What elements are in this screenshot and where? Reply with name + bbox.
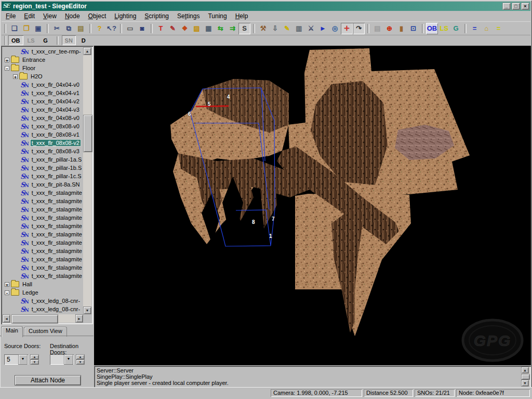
swap-arrows-button[interactable]: ⇆ — [215, 23, 227, 34]
tree-node-t-xxx-flr-stalagmite[interactable]: SNt_xxx_flr_stalagmite — [3, 247, 83, 255]
tree-node-t-xxx-ledg-08-cnr[interactable]: SNt_xxx_ledg_08-cnr- — [3, 297, 83, 305]
expander-plus-icon[interactable]: + — [5, 282, 9, 287]
new-file-button[interactable]: ❏ — [8, 23, 20, 34]
expander-plus-icon[interactable]: + — [5, 58, 9, 62]
equals-yellow-button[interactable]: = — [493, 23, 504, 34]
spin-down-button[interactable]: ▼ — [30, 360, 39, 365]
equals-blue-button[interactable]: = — [469, 23, 481, 34]
g-toggle-button[interactable]: G — [450, 23, 462, 34]
tree-node-t-xxx-flr-pillar-1c-s[interactable]: SNt_xxx_flr_pillar-1c.S — [3, 172, 83, 180]
tree-node-t-xxx-flr-stalagmite[interactable]: SNt_xxx_flr_stalagmite — [3, 205, 83, 214]
move-tool-button[interactable]: ✛ — [341, 23, 353, 34]
tree-node-t-xxx-flr-stalagmite[interactable]: SNt_xxx_flr_stalagmite — [3, 230, 83, 238]
scroll-thumb[interactable] — [83, 115, 92, 152]
tree-node-t-xxx-flr-pillar-1a-s[interactable]: SNt_xxx_flr_pillar-1a.S — [3, 155, 83, 164]
spin-up-button[interactable]: ▲ — [30, 354, 39, 360]
tree-folder-floor[interactable]: -Floor — [3, 64, 83, 72]
notepad-button[interactable]: ▭ — [124, 23, 136, 34]
context-help-button[interactable]: ↖? — [105, 23, 117, 34]
tree-node-t-xxx-flr-pit-8a-sn[interactable]: SNt_xxx_flr_pit-8a.SN — [3, 180, 83, 189]
fast-arrows-button[interactable]: ⇉ — [227, 23, 238, 34]
zoom-page-button[interactable]: ◎ — [329, 23, 341, 34]
tree-folder-hall[interactable]: +Hall — [3, 280, 83, 288]
dropdown-arrow-icon[interactable]: ▼ — [18, 354, 28, 365]
menu-lighting[interactable]: Lighting — [110, 12, 140, 20]
tab-main[interactable]: Main — [1, 326, 23, 337]
home-button[interactable]: ⌂ — [481, 23, 493, 34]
expander-plus-icon[interactable]: + — [13, 74, 18, 79]
scroll-down-button[interactable]: ▼ — [83, 307, 91, 314]
pencil-tool-button[interactable]: ✎ — [167, 23, 179, 34]
close-button[interactable]: × — [521, 3, 529, 10]
viewport-3d[interactable]: GPG 456871 — [94, 46, 531, 365]
cut-button[interactable]: ✂ — [51, 23, 63, 34]
tree-node-t-xxx-flr-stalagmite[interactable]: SNt_xxx_flr_stalagmite — [3, 238, 83, 247]
attach-node-button[interactable]: Attach Node — [15, 375, 81, 385]
pencil-yellow-button[interactable]: ✎ — [281, 23, 293, 34]
scroll-up-button[interactable]: ▲ — [83, 47, 91, 55]
monitor-button[interactable]: ⊡ — [407, 23, 419, 34]
menu-view[interactable]: View — [39, 12, 61, 20]
sword-button[interactable]: ⚔ — [305, 23, 317, 34]
scroll-right-button[interactable]: ► — [75, 314, 83, 323]
tree-node-t-xxx-flr-04x04-v1[interactable]: SNt_xxx_flr_04x04-v1 — [3, 89, 83, 97]
hammer-button[interactable]: ⚒ — [257, 23, 269, 34]
tree-node-t-xxx-flr-stalagmite[interactable]: SNt_xxx_flr_stalagmite — [3, 214, 83, 222]
ob-toggle-button[interactable]: OB — [426, 23, 438, 34]
orbit-tool-button[interactable]: ↷ — [353, 23, 365, 34]
tree-node-t-xxx-flr-04x04-v0[interactable]: SNt_xxx_flr_04x04-v0 — [3, 81, 83, 89]
help-button[interactable]: ? — [94, 23, 105, 34]
menu-help[interactable]: Help — [231, 12, 252, 20]
tree-folder-ledge[interactable]: -Ledge — [3, 288, 83, 297]
menu-scripting[interactable]: Scripting — [140, 12, 173, 20]
save-file-button[interactable]: ▣ — [32, 23, 44, 34]
menu-file[interactable]: File — [2, 12, 20, 20]
scroll-up-button[interactable]: ▲ — [521, 367, 529, 374]
dropdown-arrow-icon[interactable]: ▼ — [64, 354, 73, 365]
tree-vertical-scrollbar[interactable]: ▲ ▼ — [83, 47, 91, 314]
text-tool-button[interactable]: T — [155, 23, 167, 34]
folder-tool-button[interactable]: ▨ — [191, 23, 203, 34]
title-bar[interactable]: SE region_test - SiegeEditor _□× — [2, 2, 530, 11]
menu-settings[interactable]: Settings — [173, 12, 204, 20]
image-tool-button[interactable]: ▦ — [203, 23, 215, 34]
copy-button[interactable]: ⧉ — [63, 23, 75, 34]
mode-ob-button[interactable]: OB — [8, 35, 23, 45]
jump-arrow-button[interactable]: ► — [317, 23, 329, 34]
tree-node-t-xxx-cnr-tee-rmp[interactable]: SNt_xxx_cnr_tee-rmp- — [3, 47, 83, 56]
source-doors-select[interactable]: 5 ▼ — [4, 354, 28, 365]
crayons-button[interactable]: ▮ — [395, 23, 407, 34]
tree-horizontal-scrollbar[interactable]: ◄ ► — [3, 314, 83, 323]
tree-node-t-xxx-flr-08x08-v0[interactable]: SNt_xxx_flr_08x08-v0 — [3, 122, 83, 130]
open-file-button[interactable]: ❐ — [20, 23, 32, 34]
drop-down-arrow-button[interactable]: ⇩ — [269, 23, 281, 34]
menu-object[interactable]: Object — [84, 12, 111, 20]
scroll-thumb[interactable] — [521, 374, 530, 380]
minimize-button[interactable]: _ — [502, 3, 511, 10]
s-mode-button[interactable]: S — [238, 23, 250, 34]
ls-toggle-button[interactable]: LS — [438, 23, 450, 34]
mode-d-button[interactable]: D — [77, 35, 90, 45]
tree-node-t-xxx-flr-stalagmite[interactable]: SNt_xxx_flr_stalagmite — [3, 272, 83, 280]
tree-node-t-xxx-ledg-08-cnr[interactable]: SNt_xxx_ledg_08-cnr- — [3, 305, 83, 313]
spin-down-button[interactable]: ▼ — [76, 360, 85, 365]
maximize-button[interactable]: □ — [512, 3, 520, 10]
menu-edit[interactable]: Edit — [20, 12, 39, 20]
toolbox-button[interactable]: ▥ — [293, 23, 305, 34]
scroll-thumb[interactable] — [11, 314, 58, 324]
palette-button[interactable]: ❖ — [179, 23, 191, 34]
tree-folder-h2o[interactable]: +H2O — [3, 72, 83, 81]
tree-node-t-xxx-flr-stalagmite[interactable]: SNt_xxx_flr_stalagmite — [3, 263, 83, 272]
paste-button[interactable]: ▤ — [75, 23, 87, 34]
expander-minus-icon[interactable]: - — [5, 290, 9, 295]
menu-node[interactable]: Node — [61, 12, 84, 20]
log-scrollbar[interactable]: ▲ ▼ — [521, 367, 530, 387]
tree-folder-entrance[interactable]: +Entrance — [3, 56, 83, 64]
mode-sn-button[interactable]: SN — [62, 35, 76, 45]
destination-doors-select[interactable]: ▼ — [50, 354, 74, 365]
scroll-left-button[interactable]: ◄ — [3, 314, 10, 323]
tree-node-t-xxx-flr-stalagmite[interactable]: SNt_xxx_flr_stalagmite — [3, 222, 83, 230]
tree-node-t-xxx-flr-08x08-v1[interactable]: SNt_xxx_flr_08x08-v1 — [3, 130, 83, 139]
world-view-button[interactable]: ◙ — [136, 23, 148, 34]
tree-node-t-xxx-flr-stalagmite[interactable]: SNt_xxx_flr_stalagmite — [3, 255, 83, 263]
